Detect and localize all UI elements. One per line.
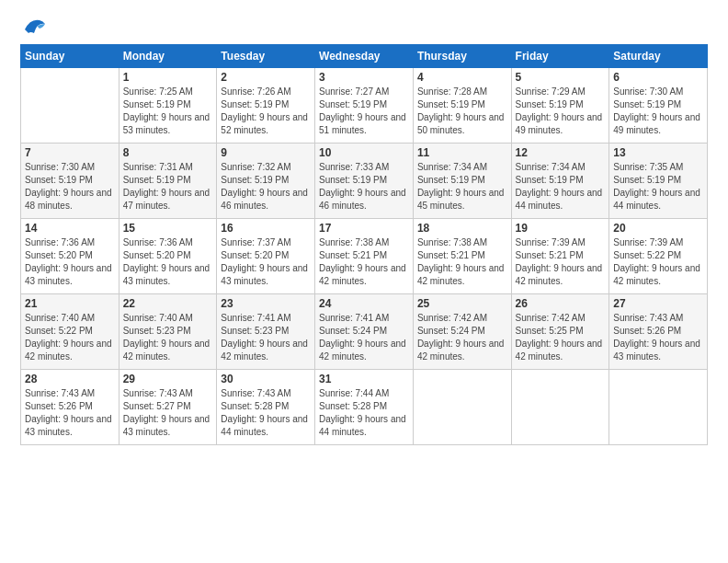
day-number: 21 <box>25 297 115 310</box>
day-info: Sunrise: 7:36 AMSunset: 5:20 PMDaylight:… <box>25 236 115 288</box>
day-number: 30 <box>221 373 311 385</box>
day-cell: 4Sunrise: 7:28 AMSunset: 5:19 PMDaylight… <box>413 68 511 144</box>
day-info: Sunrise: 7:30 AMSunset: 5:19 PMDaylight:… <box>25 161 115 213</box>
day-number: 19 <box>516 222 606 235</box>
day-number: 9 <box>221 146 311 159</box>
day-cell: 13Sunrise: 7:35 AMSunset: 5:19 PMDayligh… <box>609 144 708 219</box>
day-number: 16 <box>221 222 311 235</box>
logo-bird-icon <box>23 17 47 37</box>
day-cell: 20Sunrise: 7:39 AMSunset: 5:22 PMDayligh… <box>609 219 708 294</box>
day-number: 20 <box>613 222 703 235</box>
weekday-header-tuesday: Tuesday <box>217 45 315 68</box>
day-cell: 18Sunrise: 7:38 AMSunset: 5:21 PMDayligh… <box>413 219 511 294</box>
day-number: 31 <box>319 373 409 385</box>
day-info: Sunrise: 7:25 AMSunset: 5:19 PMDaylight:… <box>123 86 213 137</box>
day-info: Sunrise: 7:34 AMSunset: 5:19 PMDaylight:… <box>417 161 507 213</box>
day-cell: 29Sunrise: 7:43 AMSunset: 5:27 PMDayligh… <box>119 370 217 445</box>
day-number: 12 <box>516 146 606 159</box>
day-info: Sunrise: 7:37 AMSunset: 5:20 PMDaylight:… <box>221 236 311 288</box>
day-info: Sunrise: 7:43 AMSunset: 5:26 PMDaylight:… <box>613 312 703 363</box>
day-cell: 16Sunrise: 7:37 AMSunset: 5:20 PMDayligh… <box>217 219 315 294</box>
day-info: Sunrise: 7:43 AMSunset: 5:26 PMDaylight:… <box>25 387 115 439</box>
day-info: Sunrise: 7:27 AMSunset: 5:19 PMDaylight:… <box>319 86 409 137</box>
weekday-header-thursday: Thursday <box>413 45 511 68</box>
day-info: Sunrise: 7:40 AMSunset: 5:22 PMDaylight:… <box>25 312 115 363</box>
day-info: Sunrise: 7:40 AMSunset: 5:23 PMDaylight:… <box>123 312 213 363</box>
week-row-1: 1Sunrise: 7:25 AMSunset: 5:19 PMDaylight… <box>21 68 708 144</box>
day-info: Sunrise: 7:34 AMSunset: 5:19 PMDaylight:… <box>516 161 606 213</box>
day-cell: 5Sunrise: 7:29 AMSunset: 5:19 PMDaylight… <box>511 68 609 144</box>
week-row-2: 7Sunrise: 7:30 AMSunset: 5:19 PMDaylight… <box>21 144 708 219</box>
day-number: 6 <box>613 71 703 84</box>
day-cell: 21Sunrise: 7:40 AMSunset: 5:22 PMDayligh… <box>21 294 119 370</box>
day-info: Sunrise: 7:43 AMSunset: 5:28 PMDaylight:… <box>221 387 311 439</box>
day-info: Sunrise: 7:33 AMSunset: 5:19 PMDaylight:… <box>319 161 409 213</box>
weekday-header-wednesday: Wednesday <box>315 45 414 68</box>
day-number: 29 <box>123 373 213 385</box>
day-cell: 6Sunrise: 7:30 AMSunset: 5:19 PMDaylight… <box>609 68 708 144</box>
calendar-page: SundayMondayTuesdayWednesdayThursdayFrid… <box>0 0 728 563</box>
day-info: Sunrise: 7:28 AMSunset: 5:19 PMDaylight:… <box>417 86 507 137</box>
day-number: 18 <box>417 222 507 235</box>
day-cell: 9Sunrise: 7:32 AMSunset: 5:19 PMDaylight… <box>217 144 315 219</box>
day-cell <box>609 370 708 445</box>
day-cell: 11Sunrise: 7:34 AMSunset: 5:19 PMDayligh… <box>413 144 511 219</box>
logo <box>20 17 47 37</box>
day-cell: 24Sunrise: 7:41 AMSunset: 5:24 PMDayligh… <box>315 294 414 370</box>
day-number: 17 <box>319 222 409 235</box>
day-info: Sunrise: 7:41 AMSunset: 5:23 PMDaylight:… <box>221 312 311 363</box>
day-info: Sunrise: 7:35 AMSunset: 5:19 PMDaylight:… <box>613 161 703 213</box>
day-info: Sunrise: 7:41 AMSunset: 5:24 PMDaylight:… <box>319 312 409 363</box>
day-cell: 7Sunrise: 7:30 AMSunset: 5:19 PMDaylight… <box>21 144 119 219</box>
day-info: Sunrise: 7:29 AMSunset: 5:19 PMDaylight:… <box>516 86 606 137</box>
day-number: 25 <box>417 297 507 310</box>
day-cell: 28Sunrise: 7:43 AMSunset: 5:26 PMDayligh… <box>21 370 119 445</box>
day-number: 26 <box>516 297 606 310</box>
weekday-header-saturday: Saturday <box>609 45 708 68</box>
day-info: Sunrise: 7:36 AMSunset: 5:20 PMDaylight:… <box>123 236 213 288</box>
day-number: 11 <box>417 146 507 159</box>
day-info: Sunrise: 7:26 AMSunset: 5:19 PMDaylight:… <box>221 86 311 137</box>
day-info: Sunrise: 7:42 AMSunset: 5:25 PMDaylight:… <box>516 312 606 363</box>
weekday-header-monday: Monday <box>119 45 217 68</box>
weekday-header-row: SundayMondayTuesdayWednesdayThursdayFrid… <box>21 45 708 68</box>
day-cell <box>511 370 609 445</box>
day-cell: 27Sunrise: 7:43 AMSunset: 5:26 PMDayligh… <box>609 294 708 370</box>
day-cell: 17Sunrise: 7:38 AMSunset: 5:21 PMDayligh… <box>315 219 414 294</box>
day-number: 5 <box>516 71 606 84</box>
day-info: Sunrise: 7:43 AMSunset: 5:27 PMDaylight:… <box>123 387 213 439</box>
day-info: Sunrise: 7:38 AMSunset: 5:21 PMDaylight:… <box>417 236 507 288</box>
weekday-header-sunday: Sunday <box>21 45 119 68</box>
day-cell: 22Sunrise: 7:40 AMSunset: 5:23 PMDayligh… <box>119 294 217 370</box>
day-info: Sunrise: 7:42 AMSunset: 5:24 PMDaylight:… <box>417 312 507 363</box>
day-cell <box>413 370 511 445</box>
day-cell: 19Sunrise: 7:39 AMSunset: 5:21 PMDayligh… <box>511 219 609 294</box>
day-cell: 2Sunrise: 7:26 AMSunset: 5:19 PMDaylight… <box>217 68 315 144</box>
day-cell: 26Sunrise: 7:42 AMSunset: 5:25 PMDayligh… <box>511 294 609 370</box>
day-cell: 25Sunrise: 7:42 AMSunset: 5:24 PMDayligh… <box>413 294 511 370</box>
day-cell: 23Sunrise: 7:41 AMSunset: 5:23 PMDayligh… <box>217 294 315 370</box>
day-number: 27 <box>613 297 703 310</box>
day-number: 23 <box>221 297 311 310</box>
day-number: 7 <box>25 146 115 159</box>
day-cell: 3Sunrise: 7:27 AMSunset: 5:19 PMDaylight… <box>315 68 414 144</box>
day-info: Sunrise: 7:44 AMSunset: 5:28 PMDaylight:… <box>319 387 409 439</box>
day-number: 4 <box>417 71 507 84</box>
day-info: Sunrise: 7:30 AMSunset: 5:19 PMDaylight:… <box>613 86 703 137</box>
day-info: Sunrise: 7:38 AMSunset: 5:21 PMDaylight:… <box>319 236 409 288</box>
day-cell: 8Sunrise: 7:31 AMSunset: 5:19 PMDaylight… <box>119 144 217 219</box>
day-number: 14 <box>25 222 115 235</box>
day-info: Sunrise: 7:31 AMSunset: 5:19 PMDaylight:… <box>123 161 213 213</box>
week-row-4: 21Sunrise: 7:40 AMSunset: 5:22 PMDayligh… <box>21 294 708 370</box>
day-info: Sunrise: 7:32 AMSunset: 5:19 PMDaylight:… <box>221 161 311 213</box>
day-cell: 15Sunrise: 7:36 AMSunset: 5:20 PMDayligh… <box>119 219 217 294</box>
day-number: 13 <box>613 146 703 159</box>
day-number: 10 <box>319 146 409 159</box>
calendar-table: SundayMondayTuesdayWednesdayThursdayFrid… <box>20 44 708 445</box>
day-cell: 10Sunrise: 7:33 AMSunset: 5:19 PMDayligh… <box>315 144 414 219</box>
day-number: 2 <box>221 71 311 84</box>
day-number: 24 <box>319 297 409 310</box>
day-number: 15 <box>123 222 213 235</box>
day-cell: 14Sunrise: 7:36 AMSunset: 5:20 PMDayligh… <box>21 219 119 294</box>
day-number: 22 <box>123 297 213 310</box>
